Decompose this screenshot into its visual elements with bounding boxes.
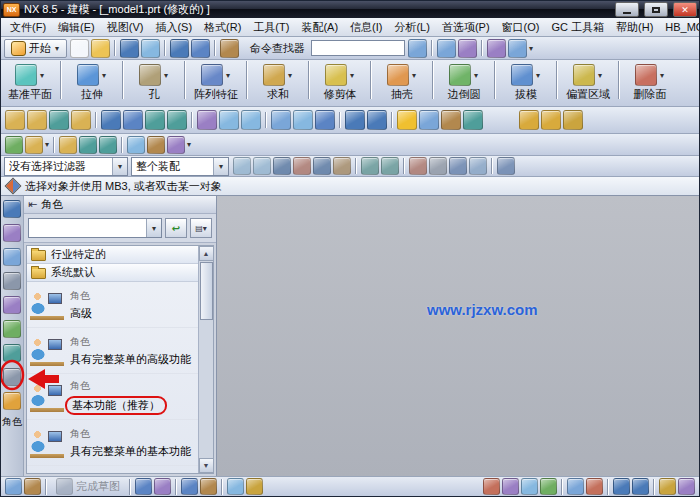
front-view-icon[interactable] <box>567 478 584 495</box>
chevron-down-icon[interactable]: ▾ <box>226 71 230 80</box>
pin-panel-icon[interactable] <box>28 198 37 211</box>
role-search-dropdown[interactable]: ▾ <box>28 218 162 238</box>
layer-settings-icon[interactable] <box>200 478 217 495</box>
touch-mode-icon[interactable] <box>508 39 527 58</box>
open-icon[interactable] <box>91 39 110 58</box>
role-ideas[interactable]: 角色 I-deas <box>27 466 199 474</box>
arc-center-icon[interactable] <box>313 157 331 175</box>
scroll-up-icon[interactable]: ▲ <box>199 246 214 261</box>
constraint-navigator-icon[interactable] <box>3 224 21 242</box>
chevron-down-icon[interactable]: ▾ <box>102 71 106 80</box>
reuse-library-icon[interactable] <box>3 272 21 290</box>
maximize-button[interactable] <box>644 2 668 17</box>
line-icon[interactable] <box>101 110 121 130</box>
unite-button[interactable]: ▾求和 <box>251 61 305 105</box>
chevron-down-icon[interactable]: ▾ <box>164 71 168 80</box>
chevron-down-icon[interactable]: ▾ <box>529 44 533 53</box>
minimize-button[interactable] <box>615 2 639 17</box>
menu-assemblies[interactable]: 装配(A) <box>295 18 344 37</box>
offset-region-button[interactable]: ▾偏置区域 <box>561 61 615 105</box>
role-essentials-recommended[interactable]: 角色 基本功能（推荐） <box>27 374 199 420</box>
search-go-icon[interactable] <box>408 39 427 58</box>
trim-body-button[interactable]: ▾修剪体 <box>313 61 367 105</box>
snap-enable-icon[interactable] <box>659 478 676 495</box>
cylinder-cream-icon[interactable] <box>167 136 185 154</box>
measure-angle-icon[interactable] <box>367 110 387 130</box>
pattern-feature-button[interactable]: ▾阵列特征 <box>189 61 243 105</box>
chevron-down-icon[interactable]: ▾ <box>660 71 664 80</box>
crosshair-icon[interactable] <box>429 157 447 175</box>
midpoint-icon[interactable] <box>273 157 291 175</box>
chevron-down-icon[interactable]: ▾ <box>288 71 292 80</box>
chevron-down-icon[interactable]: ▾ <box>536 71 540 80</box>
menu-insert[interactable]: 插入(S) <box>149 18 198 37</box>
wcs-display-icon[interactable] <box>613 478 630 495</box>
list-options-icon[interactable] <box>190 218 212 238</box>
window-layout-icon[interactable] <box>487 39 506 58</box>
text-icon[interactable] <box>271 110 291 130</box>
move-object-icon[interactable] <box>154 478 171 495</box>
mold-wizard-icon[interactable] <box>541 110 561 130</box>
redo-icon[interactable] <box>191 39 210 58</box>
circle-icon[interactable] <box>145 110 165 130</box>
hd3d-tools-icon[interactable] <box>3 296 21 314</box>
context-help-icon[interactable] <box>678 478 695 495</box>
pencil-check-icon[interactable] <box>99 136 117 154</box>
finder-binoculars-icon[interactable] <box>220 39 239 58</box>
role-essentials-full-menus[interactable]: 角色 具有完整菜单的基本功能 <box>27 420 199 466</box>
pan-icon[interactable] <box>521 478 538 495</box>
chevron-down-icon[interactable]: ▾ <box>45 140 49 149</box>
zoom-icon[interactable] <box>502 478 519 495</box>
group-industry-specific[interactable]: 行业特定的 <box>27 246 199 264</box>
point-icon[interactable] <box>71 110 91 130</box>
chevron-down-icon[interactable]: ▾ <box>350 71 354 80</box>
intersect-curve-icon[interactable] <box>219 110 239 130</box>
select-filter-icon[interactable] <box>5 478 22 495</box>
scroll-down-icon[interactable]: ▼ <box>199 458 214 473</box>
endpoint-icon[interactable] <box>253 157 271 175</box>
plus-icon[interactable] <box>449 157 467 175</box>
roles-icon[interactable] <box>3 392 21 410</box>
system-materials-icon[interactable] <box>3 368 21 386</box>
chevron-down-icon[interactable]: ▾ <box>474 71 478 80</box>
role-tab-label[interactable]: 角色 <box>2 416 22 427</box>
menu-hb-mould[interactable]: HB_MOULD M6.6 <box>659 19 700 35</box>
menu-preferences[interactable]: 首选项(P) <box>436 18 496 37</box>
start-menu-button[interactable]: 开始 ▾ <box>4 39 67 58</box>
electrode-design-icon[interactable] <box>563 110 583 130</box>
chamfer-curve-icon[interactable] <box>167 110 187 130</box>
spline-icon[interactable] <box>293 110 313 130</box>
render-style-icon[interactable] <box>246 478 263 495</box>
assembly-navigator-icon[interactable] <box>3 200 21 218</box>
chevron-down-icon[interactable]: ▾ <box>40 71 44 80</box>
web-browser-icon[interactable] <box>3 320 21 338</box>
role-advanced[interactable]: 角色 高级 <box>27 282 199 328</box>
menu-analysis[interactable]: 分析(L) <box>388 18 435 37</box>
snap-point-icon[interactable] <box>233 157 251 175</box>
role-advanced-full-menus[interactable]: 角色 具有完整菜单的高级功能 <box>27 328 199 374</box>
save-icon[interactable] <box>120 39 139 58</box>
menu-help[interactable]: 帮助(H) <box>610 18 659 37</box>
extrude-button[interactable]: ▾拉伸 <box>65 61 119 105</box>
datum-plane-button[interactable]: ▾基准平面 <box>3 61 57 105</box>
new-file-icon[interactable] <box>70 39 89 58</box>
cylinder-blue-icon[interactable] <box>127 136 145 154</box>
lasso-icon[interactable] <box>497 157 515 175</box>
eraser-icon[interactable] <box>59 136 77 154</box>
close-button[interactable] <box>673 2 697 17</box>
menu-gc-toolbox[interactable]: GC 工具箱 <box>545 18 610 37</box>
face-select-icon[interactable] <box>361 157 379 175</box>
hole-button[interactable]: ▾孔 <box>127 61 181 105</box>
finish-sketch-button[interactable]: 完成草图 <box>52 478 124 495</box>
paste-icon[interactable] <box>458 39 477 58</box>
offset-curve-icon[interactable] <box>241 110 261 130</box>
datum-grid-icon[interactable] <box>632 478 649 495</box>
delete-face-button[interactable]: ▾删除面 <box>623 61 677 105</box>
menu-edit[interactable]: 编辑(E) <box>52 18 101 37</box>
back-icon[interactable] <box>165 218 187 238</box>
iso-view-icon[interactable] <box>586 478 603 495</box>
warning-triangle-icon[interactable] <box>397 110 417 130</box>
circle-select-icon[interactable] <box>469 157 487 175</box>
measure-distance-icon[interactable] <box>345 110 365 130</box>
copy-icon[interactable] <box>437 39 456 58</box>
